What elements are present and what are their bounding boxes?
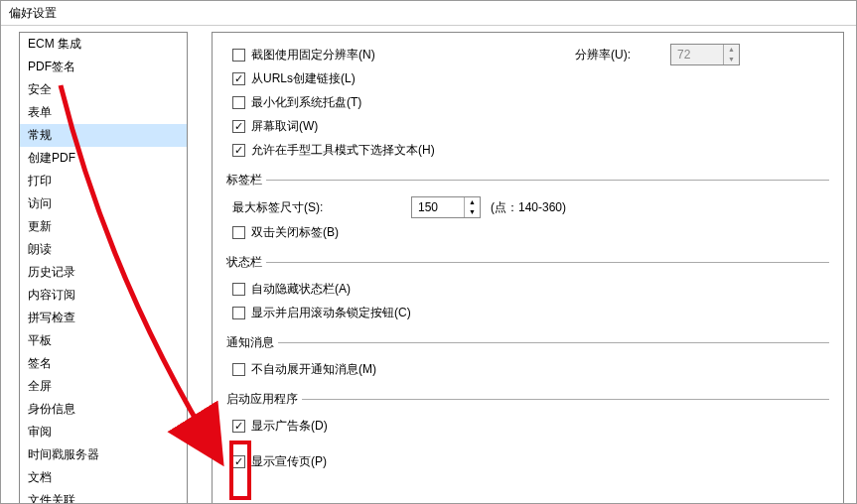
check-fixed-resolution[interactable]: 截图使用固定分辨率(N)	[232, 43, 575, 66]
group-notify: 通知消息 不自动展开通知消息(M)	[226, 334, 829, 381]
sidebar-item[interactable]: 历史记录	[20, 261, 187, 284]
max-tab-size-label: 最大标签尺寸(S):	[232, 199, 411, 216]
resolution-label: 分辨率(U):	[575, 47, 631, 63]
sidebar-item[interactable]: 审阅	[20, 421, 187, 443]
spin-down-icon: ▼	[465, 207, 480, 217]
resolution-spinbox[interactable]: 72 ▲▼	[670, 44, 740, 65]
sidebar-item[interactable]: 访问	[20, 192, 187, 215]
spin-up-icon: ▲	[465, 197, 480, 207]
spin-down-icon: ▼	[724, 55, 739, 64]
check-autohide-status[interactable]: 自动隐藏状态栏(A)	[232, 277, 829, 301]
sidebar-item[interactable]: 常规	[20, 124, 187, 147]
sidebar-item[interactable]: 内容订阅	[20, 284, 187, 307]
group-tabbar: 标签栏 最大标签尺寸(S): 150 ▲▼ (点：140-360) 双击关闭标签…	[226, 172, 829, 244]
check-dblclick-close[interactable]: 双击关闭标签(B)	[232, 220, 829, 244]
content-panel: 截图使用固定分辨率(N) 分辨率(U): 72 ▲▼ 从URLs创建链接(L) …	[212, 32, 844, 504]
check-scroll-lock[interactable]: 显示并启用滚动条锁定按钮(C)	[232, 301, 829, 324]
sidebar-item[interactable]: 全屏	[20, 375, 187, 398]
sidebar-item[interactable]: 打印	[20, 170, 187, 192]
sidebar: ECM 集成PDF签名安全表单常规创建PDF打印访问更新朗读历史记录内容订阅拼写…	[19, 32, 188, 504]
group-statusbar: 状态栏 自动隐藏状态栏(A) 显示并启用滚动条锁定按钮(C)	[226, 254, 829, 324]
check-show-promo[interactable]: 显示宣传页(P)	[232, 449, 829, 473]
check-hand-select[interactable]: 允许在手型工具模式下选择文本(H)	[232, 138, 829, 162]
max-tab-size-spinbox[interactable]: 150 ▲▼	[411, 196, 481, 218]
sidebar-item[interactable]: 签名	[20, 352, 187, 375]
sidebar-item[interactable]: 拼写检查	[20, 307, 187, 329]
max-tab-note: (点：140-360)	[491, 199, 566, 216]
sidebar-item[interactable]: 表单	[20, 101, 187, 124]
check-no-auto-expand[interactable]: 不自动展开通知消息(M)	[232, 357, 829, 381]
sidebar-item[interactable]: ECM 集成	[20, 33, 187, 56]
sidebar-item[interactable]: 朗读	[20, 238, 187, 261]
sidebar-item[interactable]: 安全	[20, 78, 187, 101]
sidebar-item[interactable]: PDF签名	[20, 56, 187, 78]
check-screen-word[interactable]: 屏幕取词(W)	[232, 114, 829, 138]
sidebar-item[interactable]: 身份信息	[20, 398, 187, 421]
sidebar-item[interactable]: 平板	[20, 329, 187, 352]
sidebar-item[interactable]: 创建PDF	[20, 147, 187, 170]
sidebar-item[interactable]: 文档	[20, 466, 187, 489]
check-create-links[interactable]: 从URLs创建链接(L)	[232, 66, 829, 90]
window-title: 偏好设置	[1, 1, 856, 25]
check-show-ad[interactable]: 显示广告条(D)	[232, 414, 829, 438]
sidebar-item[interactable]: 文件关联	[20, 489, 187, 504]
check-min-to-tray[interactable]: 最小化到系统托盘(T)	[232, 90, 829, 114]
spin-up-icon: ▲	[724, 45, 739, 55]
sidebar-item[interactable]: 更新	[20, 215, 187, 238]
sidebar-item[interactable]: 时间戳服务器	[20, 443, 187, 466]
group-startup: 启动应用程序 显示广告条(D) 显示宣传页(P)	[226, 391, 829, 473]
